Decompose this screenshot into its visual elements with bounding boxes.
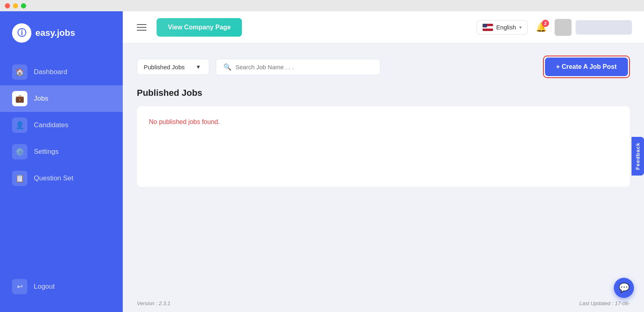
close-button[interactable] bbox=[5, 3, 10, 8]
avatar-area bbox=[555, 19, 632, 36]
main-area: View Company Page English ▾ 🔔 2 Publishe… bbox=[123, 11, 644, 312]
filter-selected-label: Published Jobs bbox=[144, 64, 185, 70]
sidebar-item-label: Jobs bbox=[34, 95, 48, 103]
chevron-down-icon: ▾ bbox=[197, 63, 200, 70]
chat-icon: 💬 bbox=[619, 283, 630, 293]
candidates-icon: 👤 bbox=[12, 118, 27, 133]
flag-icon bbox=[483, 24, 493, 31]
sidebar-item-logout[interactable]: ↩ Logout bbox=[0, 273, 123, 300]
chat-bubble[interactable]: 💬 bbox=[614, 278, 634, 298]
feedback-label[interactable]: Feedback bbox=[632, 137, 644, 176]
notification-badge: 2 bbox=[542, 20, 549, 27]
hamburger-line bbox=[137, 27, 147, 28]
jobs-icon: 💼 bbox=[12, 91, 27, 106]
hamburger-button[interactable] bbox=[135, 22, 149, 33]
maximize-button[interactable] bbox=[21, 3, 26, 8]
sidebar-item-label: Candidates bbox=[34, 121, 68, 129]
language-label: English bbox=[496, 24, 516, 31]
jobs-container: No published jobs found. bbox=[137, 106, 630, 187]
notification-bell[interactable]: 🔔 2 bbox=[536, 22, 547, 33]
header: View Company Page English ▾ 🔔 2 bbox=[123, 11, 644, 43]
empty-message: No published jobs found. bbox=[149, 118, 220, 125]
page-content: Published Jobs ▾ 🔍 + Create A Job Post P… bbox=[123, 43, 644, 295]
avatar-name bbox=[576, 20, 632, 35]
logo-area: ⓘ easy.jobs bbox=[0, 23, 123, 59]
jobs-filter-select[interactable]: Published Jobs ▾ bbox=[137, 59, 209, 75]
sidebar-item-jobs[interactable]: 💼 Jobs bbox=[0, 85, 123, 112]
hamburger-line bbox=[137, 24, 147, 25]
logo-icon: ⓘ bbox=[12, 23, 31, 43]
version-text: Version : 2.3.1 bbox=[137, 300, 170, 306]
sidebar-item-question-set[interactable]: 📋 Question Set bbox=[0, 165, 123, 192]
language-selector[interactable]: English ▾ bbox=[477, 20, 528, 35]
dashboard-icon: 🏠 bbox=[12, 64, 27, 80]
feedback-tab[interactable]: Feedback bbox=[632, 137, 644, 176]
search-icon: 🔍 bbox=[223, 63, 231, 71]
question-set-icon: 📋 bbox=[12, 171, 27, 186]
sidebar: ⓘ easy.jobs 🏠 Dashboard 💼 Jobs 👤 Candida… bbox=[0, 11, 123, 312]
sidebar-bottom: ↩ Logout bbox=[0, 273, 123, 312]
titlebar bbox=[0, 0, 644, 11]
filter-row: Published Jobs ▾ 🔍 + Create A Job Post bbox=[137, 56, 630, 78]
sidebar-item-label: Logout bbox=[34, 283, 55, 291]
create-job-btn-wrapper: + Create A Job Post bbox=[543, 56, 630, 78]
sidebar-item-dashboard[interactable]: 🏠 Dashboard bbox=[0, 59, 123, 85]
search-box: 🔍 bbox=[216, 59, 380, 75]
sidebar-item-settings[interactable]: ⚙️ Settings bbox=[0, 138, 123, 165]
last-updated-text: Last Updated : 17-06- bbox=[579, 300, 630, 306]
sidebar-item-label: Question Set bbox=[34, 174, 73, 182]
search-input[interactable] bbox=[235, 64, 373, 70]
sidebar-item-candidates[interactable]: 👤 Candidates bbox=[0, 112, 123, 138]
chevron-down-icon: ▾ bbox=[519, 25, 522, 30]
view-company-button[interactable]: View Company Page bbox=[157, 18, 242, 37]
logo-text: easy.jobs bbox=[35, 28, 75, 38]
logout-icon: ↩ bbox=[12, 279, 27, 294]
create-job-button[interactable]: + Create A Job Post bbox=[545, 58, 628, 76]
sidebar-item-label: Settings bbox=[34, 148, 58, 156]
page-footer: Version : 2.3.1 Last Updated : 17-06- bbox=[123, 295, 644, 312]
sidebar-nav: 🏠 Dashboard 💼 Jobs 👤 Candidates ⚙️ Setti… bbox=[0, 59, 123, 273]
page-title: Published Jobs bbox=[137, 88, 630, 98]
hamburger-line bbox=[137, 30, 147, 31]
sidebar-item-label: Dashboard bbox=[34, 68, 67, 76]
minimize-button[interactable] bbox=[13, 3, 18, 8]
settings-icon: ⚙️ bbox=[12, 144, 27, 159]
avatar bbox=[555, 19, 572, 36]
